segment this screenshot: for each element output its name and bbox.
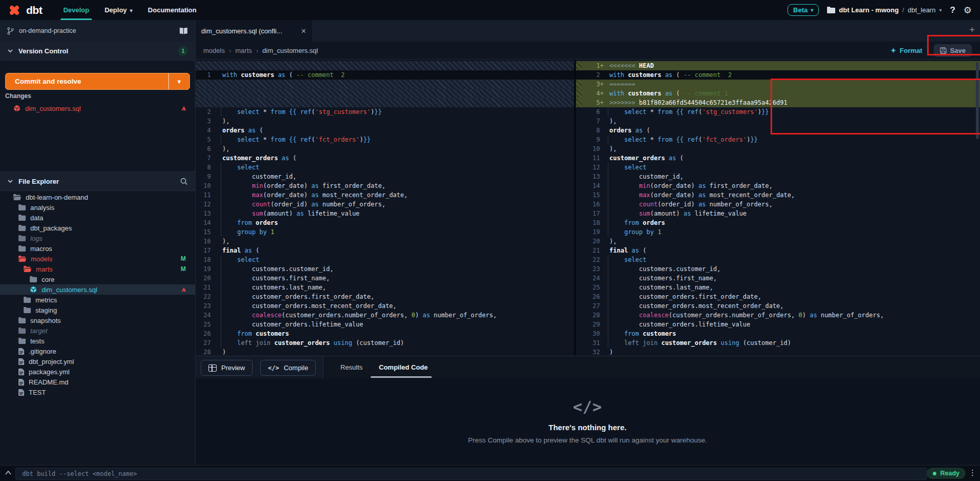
tree-item-dbt-project-yml[interactable]: dbt_project.yml xyxy=(0,356,195,367)
nav-item-develop[interactable]: Develop xyxy=(55,0,97,20)
compile-button[interactable]: </> Compile xyxy=(260,360,316,376)
code-line[interactable]: 28 coalesce(customer_orders.number_of_or… xyxy=(576,311,980,320)
breadcrumb-item[interactable]: marts xyxy=(235,47,252,54)
code-line[interactable]: 9 customer_id, xyxy=(195,172,574,181)
code-line[interactable]: 18 from orders xyxy=(576,218,980,227)
code-line[interactable]: 20 customers.first_name, xyxy=(195,274,574,283)
code-line[interactable]: 22 customer_orders.first_order_date, xyxy=(195,292,574,301)
code-line[interactable]: 13 customer_id, xyxy=(576,172,980,181)
tree-item-readme-md[interactable]: README.md xyxy=(0,377,195,387)
code-line[interactable]: 12 select xyxy=(576,163,980,172)
code-line[interactable]: 14 from orders xyxy=(195,218,574,227)
new-tab-button[interactable]: + xyxy=(969,24,975,35)
tree-item-dim-customers-sql[interactable]: dim_customers.sql▲! xyxy=(0,284,195,295)
preview-button[interactable]: Preview xyxy=(201,360,253,376)
dbt-logo-icon[interactable] xyxy=(7,3,22,17)
beta-dropdown[interactable]: Beta ▾ xyxy=(787,4,819,16)
code-line[interactable]: 19 customers.customer_id, xyxy=(195,264,574,274)
code-line[interactable]: 32 ) xyxy=(576,348,980,356)
code-line[interactable]: 18 select xyxy=(195,255,574,264)
nav-item-documentation[interactable]: Documentation xyxy=(140,0,204,20)
code-line[interactable]: 26 from customers xyxy=(195,329,574,338)
tree-item-packages-yml[interactable]: packages.yml xyxy=(0,367,195,377)
code-line[interactable]: 10 ), xyxy=(576,144,980,153)
code-line[interactable]: 19 group by 1 xyxy=(576,227,980,237)
code-line[interactable]: 1+<<<<<<< HEAD xyxy=(576,61,980,70)
docs-book-icon[interactable] xyxy=(179,28,188,34)
code-line[interactable]: 11 customer_orders as ( xyxy=(576,153,980,163)
tab-compiled-code[interactable]: Compiled Code xyxy=(379,356,428,379)
tab-dim-customers[interactable]: dim_customers.sql (confli... ✕ xyxy=(195,20,313,42)
branch-row[interactable]: on-demand-practice xyxy=(0,20,195,42)
code-line[interactable]: 31 left join customer_orders using (cust… xyxy=(576,338,980,348)
code-line[interactable]: 23 customer_orders.most_recent_order_dat… xyxy=(195,301,574,311)
code-line[interactable]: 15 max(order_date) as most_recent_order_… xyxy=(576,190,980,200)
code-line[interactable]: 6 ), xyxy=(195,144,574,153)
version-control-header[interactable]: Version Control 1 xyxy=(0,42,195,61)
tree-item-dbt-learn-on-demand[interactable]: dbt-learn-on-demand xyxy=(0,192,195,202)
help-icon[interactable]: ? xyxy=(950,5,955,15)
code-line[interactable]: 8 select xyxy=(195,163,574,172)
breadcrumb-item[interactable]: models xyxy=(203,47,225,54)
tree-item-models[interactable]: modelsM xyxy=(0,254,195,264)
tree-item-snapshots[interactable]: snapshots xyxy=(0,315,195,325)
tab-results[interactable]: Results xyxy=(340,356,362,379)
chevron-up-icon[interactable] xyxy=(4,469,12,476)
status-badge[interactable]: Ready xyxy=(927,468,966,479)
nav-item-deploy[interactable]: Deploy▾ xyxy=(97,0,140,20)
code-line[interactable]: 23 customers.customer_id, xyxy=(576,264,980,274)
code-line[interactable]: 17 sum(amount) as lifetime_value xyxy=(576,209,980,218)
code-line[interactable]: 4 orders as ( xyxy=(195,126,574,135)
tree-item-target[interactable]: target xyxy=(0,325,195,336)
code-line[interactable]: 5 select * from {{ ref('fct_orders')}} xyxy=(195,135,574,144)
code-line[interactable]: 1 with customers as ( -- comment 2 xyxy=(195,70,574,80)
commit-options-chevron[interactable]: ▼ xyxy=(168,73,189,89)
tree-item--gitignore[interactable]: .gitignore xyxy=(0,346,195,356)
code-line[interactable]: 28 ) xyxy=(195,348,574,356)
code-line[interactable]: 7 customer_orders as ( xyxy=(195,153,574,163)
tree-item-data[interactable]: data xyxy=(0,213,195,223)
commit-and-resolve-button[interactable]: Commit and resolve ▼ xyxy=(5,73,190,90)
tree-item-marts[interactable]: martsM xyxy=(0,264,195,274)
tree-item-metrics[interactable]: metrics xyxy=(0,295,195,305)
code-line[interactable]: 26 customer_orders.first_order_date, xyxy=(576,292,980,301)
code-line[interactable]: 10 min(order_date) as first_order_date, xyxy=(195,181,574,190)
code-line[interactable]: 14 min(order_date) as first_order_date, xyxy=(576,181,980,190)
code-line[interactable]: 27 customer_orders.most_recent_order_dat… xyxy=(576,301,980,311)
code-line[interactable]: 3 ), xyxy=(195,117,574,126)
tree-item-dbt-packages[interactable]: dbt_packages xyxy=(0,223,195,233)
code-line[interactable]: 24 customers.first_name, xyxy=(576,274,980,283)
gear-icon[interactable]: ⚙ xyxy=(964,5,972,16)
code-line[interactable]: 2 select * from {{ ref('stg_customers')}… xyxy=(195,107,574,117)
tree-item-tests[interactable]: tests xyxy=(0,336,195,346)
dbt-logo-text[interactable]: dbt xyxy=(26,4,42,16)
code-line[interactable]: 30 from customers xyxy=(576,329,980,338)
project-selector[interactable]: dbt Learn - mwong / dbt_learn ▾ xyxy=(827,6,941,14)
tree-item-core[interactable]: core xyxy=(0,274,195,284)
code-line[interactable]: 11 max(order_date) as most_recent_order_… xyxy=(195,190,574,200)
code-line[interactable]: 16 count(order_id) as number_of_orders, xyxy=(576,200,980,209)
code-line[interactable]: 25 customer_orders.lifetime_value xyxy=(195,320,574,329)
code-line[interactable]: 13 sum(amount) as lifetime_value xyxy=(195,209,574,218)
code-line[interactable]: 29 customer_orders.lifetime_value xyxy=(576,320,980,329)
code-line[interactable]: 27 left join customer_orders using (cust… xyxy=(195,338,574,348)
code-line[interactable]: 22 select xyxy=(576,255,980,264)
tree-item-logs[interactable]: logs xyxy=(0,233,195,243)
code-line[interactable]: 25 customers.last_name, xyxy=(576,283,980,292)
tree-item-macros[interactable]: macros xyxy=(0,243,195,254)
code-line[interactable]: 12 count(order_id) as number_of_orders, xyxy=(195,200,574,209)
kebab-menu-icon[interactable]: ⋮ xyxy=(969,468,976,477)
code-line[interactable]: 21 customers.last_name, xyxy=(195,283,574,292)
code-line[interactable]: 15 group by 1 xyxy=(195,227,574,237)
search-icon[interactable] xyxy=(180,178,188,185)
code-line[interactable]: 20 ), xyxy=(576,237,980,246)
code-line[interactable]: 9 select * from {{ ref('fct_orders')}} xyxy=(576,135,980,144)
command-input[interactable]: dbt build --select <model_name> xyxy=(15,468,927,480)
format-button[interactable]: ✦ Format xyxy=(891,47,923,54)
tree-item-staging[interactable]: staging xyxy=(0,305,195,315)
close-icon[interactable]: ✕ xyxy=(301,27,306,35)
tree-item-test[interactable]: TEST xyxy=(0,387,195,397)
code-line[interactable]: 16 ), xyxy=(195,237,574,246)
code-line[interactable]: 17 final as ( xyxy=(195,246,574,255)
changed-file-row[interactable]: dim_customers.sql ▲! xyxy=(0,103,195,114)
